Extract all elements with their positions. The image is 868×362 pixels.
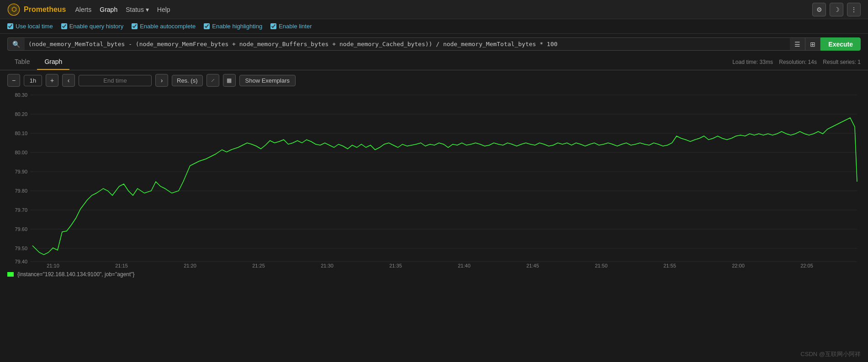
chart-svg: 80.30 80.20 80.10 80.00 79.90 79.80 79.7… [7,90,861,268]
chart-container: 80.30 80.20 80.10 80.00 79.90 79.80 79.7… [7,90,861,268]
svg-text:80.10: 80.10 [15,131,27,136]
svg-text:21:35: 21:35 [389,263,402,268]
legend-label: {instance="192.168.140.134:9100", job="a… [17,271,135,278]
settings-icon[interactable]: ⚙ [812,3,826,16]
line-chart-button[interactable]: ⟋ [206,74,219,87]
svg-text:80.00: 80.00 [15,150,27,155]
navbar-links: Alerts Graph Status ▾ Help [75,6,170,13]
more-options-icon[interactable]: ⋮ [847,3,861,16]
navbar: ⬡ Prometheus Alerts Graph Status ▾ Help … [0,0,868,19]
brand: ⬡ Prometheus [7,3,66,16]
resolution: Resolution: 14s [779,59,817,65]
svg-text:80.20: 80.20 [15,111,27,117]
svg-text:21:45: 21:45 [526,263,539,268]
result-series: Result series: 1 [823,59,861,65]
tab-table[interactable]: Table [7,54,37,70]
use-local-time-checkbox[interactable]: Use local time [7,23,53,30]
svg-text:21:50: 21:50 [595,263,608,268]
svg-text:21:55: 21:55 [663,263,676,268]
resolution-button[interactable]: Res. (s) [172,75,203,86]
search-bar: 🔍 ☰ ⊞ Execute [7,37,861,51]
enable-highlighting-checkbox[interactable]: Enable highlighting [204,23,262,30]
tab-meta: Load time: 33ms Resolution: 14s Result s… [732,55,861,69]
tab-graph[interactable]: Graph [37,54,69,70]
svg-text:79.40: 79.40 [15,259,27,264]
svg-text:⬡: ⬡ [11,6,16,13]
metrics-explorer-icon[interactable]: ⊞ [805,37,820,51]
navbar-right: ⚙ ☽ ⋮ [812,3,861,16]
graph-controls: − 1h + ‹ › Res. (s) ⟋ ▦ Show Exemplars [0,70,868,90]
prometheus-logo-icon: ⬡ [7,3,20,16]
execute-button[interactable]: Execute [820,37,861,51]
svg-text:79.90: 79.90 [15,169,27,174]
nav-status[interactable]: Status ▾ [126,6,149,13]
svg-text:22:05: 22:05 [800,263,813,268]
duration-display: 1h [24,75,42,86]
moon-icon[interactable]: ☽ [830,3,843,16]
svg-text:80.30: 80.30 [15,92,27,98]
svg-text:21:20: 21:20 [184,263,196,268]
legend-color-swatch [7,272,14,277]
svg-text:21:25: 21:25 [252,263,265,268]
svg-text:21:10: 21:10 [47,263,59,268]
svg-text:79.70: 79.70 [15,207,27,213]
svg-text:22:00: 22:00 [732,263,745,268]
nav-graph[interactable]: Graph [100,6,117,13]
svg-text:21:30: 21:30 [321,263,333,268]
nav-alerts[interactable]: Alerts [75,6,91,13]
enable-autocomplete-checkbox[interactable]: Enable autocomplete [132,23,196,30]
next-time-button[interactable]: › [155,74,168,87]
brand-label: Prometheus [24,5,66,14]
svg-text:79.60: 79.60 [15,226,27,232]
svg-text:79.80: 79.80 [15,188,27,194]
increase-duration-button[interactable]: + [46,74,58,87]
svg-rect-3 [7,90,861,268]
end-time-input[interactable] [79,75,152,86]
prev-time-button[interactable]: ‹ [62,74,75,87]
nav-help[interactable]: Help [157,6,170,13]
enable-linter-checkbox[interactable]: Enable linter [270,23,312,30]
query-input[interactable] [25,37,790,51]
bar-chart-button[interactable]: ▦ [223,74,236,87]
svg-text:79.50: 79.50 [15,246,27,251]
search-actions: ☰ ⊞ Execute [790,37,861,51]
enable-query-history-checkbox[interactable]: Enable query history [61,23,124,30]
svg-text:21:15: 21:15 [115,263,128,268]
load-time: Load time: 33ms [732,59,773,65]
toolbar: Use local time Enable query history Enab… [0,19,868,34]
show-exemplars-button[interactable]: Show Exemplars [239,75,296,86]
search-icon: 🔍 [7,37,25,51]
legend-area: {instance="192.168.140.134:9100", job="a… [0,268,868,280]
tabs-area: Table Graph Load time: 33ms Resolution: … [0,54,868,70]
decrease-duration-button[interactable]: − [7,74,20,87]
svg-text:21:40: 21:40 [458,263,471,268]
query-history-icon[interactable]: ☰ [790,37,805,51]
